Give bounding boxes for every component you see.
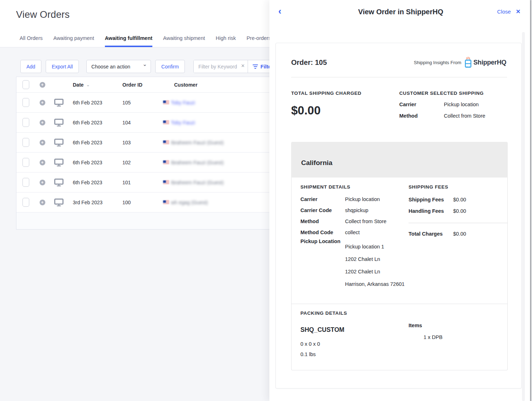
customer-link[interactable]: Toby Fauzi [171, 120, 195, 125]
panel-scrollbar-track[interactable] [522, 32, 525, 401]
orders-toolbar: Add Export All Choose an action ⌄ Confir… [20, 60, 278, 73]
expand-all-icon[interactable]: + [40, 82, 45, 88]
shipperhq-wordmark: ShipperHQ [473, 59, 506, 66]
storefront-monitor-icon[interactable] [54, 199, 64, 206]
expand-row-icon[interactable]: + [40, 120, 45, 125]
carrier-value: Pickup location [444, 102, 479, 107]
tab-awaiting-fulfillment[interactable]: Awaiting fulfillment [105, 35, 152, 47]
order-date: 6th Feb 2023 [67, 160, 117, 165]
storefront-monitor-icon[interactable] [54, 139, 64, 146]
pickup-line: Harrison, Arkansas 72601 [345, 281, 405, 287]
row-checkbox[interactable] [22, 198, 29, 207]
customer-column-header[interactable]: Customer [163, 82, 271, 88]
storefront-monitor-icon[interactable] [54, 99, 64, 107]
us-flag-icon [163, 200, 169, 205]
order-number-label: Order: 105 [291, 58, 327, 67]
storefront-monitor-icon[interactable] [54, 179, 64, 186]
tab-pre-orders[interactable]: Pre-orders [247, 35, 271, 47]
order-insights-card: Order: 105 Shipping Insights From [275, 43, 522, 389]
order-id: 103 [117, 140, 163, 145]
table-row[interactable]: + 3rd Feb 2023 100 wh egag (Guest) [16, 192, 271, 212]
items-value: 1 x DPB [424, 334, 442, 340]
row-checkbox[interactable] [22, 158, 29, 167]
filter-keyword-input[interactable] [194, 60, 248, 73]
customer-selected-heading: CUSTOMER SELECTED SHIPPING [399, 91, 508, 96]
order-id: 102 [117, 160, 163, 165]
clear-filter-icon[interactable]: ✕ [241, 63, 245, 68]
confirm-button[interactable]: Confirm [155, 60, 185, 73]
shipperhq-building-icon [464, 57, 472, 68]
row-checkbox[interactable] [22, 178, 29, 187]
us-flag-icon [163, 180, 169, 185]
shipping-fees-heading: SHIPPING FEES [409, 184, 448, 190]
expand-row-icon[interactable]: + [40, 200, 45, 205]
expand-row-icon[interactable]: + [40, 180, 45, 185]
packing-divider [292, 304, 507, 304]
close-button[interactable]: Close ✕ [497, 9, 521, 15]
storefront-monitor-icon[interactable] [54, 119, 64, 127]
export-all-button[interactable]: Export All [46, 60, 79, 73]
order-date: 6th Feb 2023 [67, 100, 117, 106]
order-date: 6th Feb 2023 [67, 120, 117, 125]
packing-dimensions: 0 x 0 x 0 [300, 341, 320, 347]
close-label: Close [497, 9, 511, 15]
screen: View Orders All Orders Awaiting payment … [0, 0, 532, 401]
order-date: 6th Feb 2023 [67, 180, 117, 185]
row-checkbox[interactable] [22, 118, 29, 127]
expand-row-icon[interactable]: + [40, 140, 45, 145]
panel-header: ‹ View Order in ShipperHQ Close ✕ [269, 0, 532, 24]
tab-awaiting-shipment[interactable]: Awaiting shipment [163, 35, 205, 47]
shipment-body: SHIPMENT DETAILS CarrierPickup location … [291, 178, 508, 370]
packing-details-heading: PACKING DETAILS [300, 310, 347, 316]
detail-label: Carrier [300, 196, 345, 202]
row-checkbox[interactable] [22, 98, 29, 107]
divider [291, 77, 507, 77]
detail-value: collect [345, 230, 360, 235]
customer-link[interactable]: Toby Fauzi [171, 100, 195, 106]
us-flag-icon [163, 101, 169, 105]
order-id: 100 [117, 200, 163, 205]
expand-row-icon[interactable]: + [40, 160, 45, 165]
insights-from-label: Shipping Insights From [414, 60, 461, 65]
customer-name: Ibraheem Fauzi (Guest) [171, 180, 224, 185]
method-label: Method [399, 113, 444, 119]
tab-high-risk[interactable]: High risk [216, 35, 236, 47]
table-row[interactable]: + 6th Feb 2023 102 Ibraheem Fauzi (Guest… [16, 152, 271, 172]
customer-name: Ibraheem Fauzi (Guest) [171, 140, 224, 145]
filter-input-wrap: ✕ [194, 60, 248, 73]
tab-awaiting-payment[interactable]: Awaiting payment [53, 35, 94, 47]
order-id: 101 [117, 180, 163, 185]
shipping-fees-rows: Shipping Fees$0.00 Handling Fees$0.00 [409, 191, 499, 214]
fee-label: Shipping Fees [409, 197, 453, 202]
tab-all-orders[interactable]: All Orders [20, 35, 42, 47]
bulk-action-select[interactable]: Choose an action [86, 60, 151, 73]
table-footer [16, 212, 271, 229]
order-id: 104 [117, 120, 163, 125]
total-shipping-amount: $0.00 [291, 104, 361, 117]
expand-row-icon[interactable]: + [40, 100, 45, 106]
date-column-header[interactable]: Date⌄ [67, 82, 117, 88]
order-id-column-header[interactable]: Order ID [117, 82, 163, 88]
us-flag-icon [163, 140, 169, 145]
packing-box-name: SHQ_CUSTOM [300, 326, 344, 334]
window-scrollbar[interactable] [529, 0, 532, 401]
row-checkbox[interactable] [22, 138, 29, 147]
table-row[interactable]: + 6th Feb 2023 103 Ibraheem Fauzi (Guest… [16, 132, 271, 152]
order-date: 3rd Feb 2023 [67, 200, 117, 205]
detail-label: Method [300, 219, 345, 224]
pickup-location-label: Pickup Location [300, 238, 340, 244]
add-button[interactable]: Add [20, 60, 41, 73]
method-row: Method Collect from Store [399, 113, 508, 119]
storefront-monitor-icon[interactable] [54, 159, 64, 166]
orders-table: + Date⌄ Order ID Customer + 6th Feb 2023… [16, 77, 271, 230]
table-row[interactable]: + 6th Feb 2023 101 Ibraheem Fauzi (Guest… [16, 172, 271, 192]
page-title: View Orders [16, 9, 70, 20]
window-scrollbar-thumb[interactable] [530, 0, 531, 401]
shipment-details-heading: SHIPMENT DETAILS [300, 184, 350, 190]
detail-value: Collect from Store [345, 219, 386, 224]
select-all-checkbox[interactable] [22, 80, 29, 89]
items-label: Items [409, 323, 422, 328]
table-row[interactable]: + 6th Feb 2023 105 Toby Fauzi [16, 92, 271, 112]
table-row[interactable]: + 6th Feb 2023 104 Toby Fauzi [16, 112, 271, 132]
carrier-label: Carrier [399, 102, 444, 107]
